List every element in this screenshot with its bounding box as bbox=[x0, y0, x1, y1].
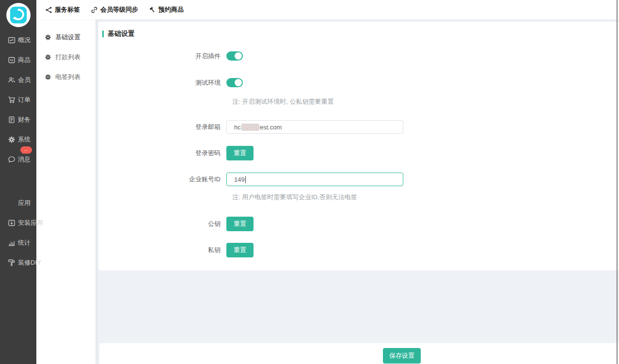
tab-member-level-sync[interactable]: 会员等级同步 bbox=[91, 5, 138, 14]
public-key-label: 公钥 bbox=[98, 220, 226, 228]
email-redacted-segment bbox=[241, 124, 259, 131]
members-icon bbox=[7, 76, 16, 84]
install-app-icon bbox=[7, 219, 16, 227]
form-row-company-id: 企业账号ID 149 bbox=[98, 173, 619, 186]
settings-card: 基础设置 开启插件 测试环境 注: 开启测试环境时, 公私钥需要重置 登录邮箱 … bbox=[98, 22, 619, 270]
sidebar-item-label: 统计 bbox=[18, 238, 31, 247]
email-value-prefix: hc bbox=[234, 124, 241, 131]
decorate-diy-icon bbox=[7, 258, 16, 267]
email-input[interactable]: hcest.com bbox=[226, 120, 403, 134]
tab-label: 会员等级同步 bbox=[100, 5, 138, 14]
gear-icon bbox=[45, 54, 51, 61]
sidebar-item-members[interactable]: 会员 bbox=[0, 70, 36, 90]
password-reset-button[interactable]: 重置 bbox=[226, 146, 254, 160]
orders-icon bbox=[7, 95, 16, 104]
scrollbar[interactable] bbox=[617, 0, 618, 364]
sidebar-item-label: 系统 bbox=[18, 135, 31, 144]
sidebar-item-label: 消息 bbox=[18, 155, 31, 164]
section-title: 基础设置 bbox=[108, 30, 135, 38]
sidebar-item-label: 概况 bbox=[18, 36, 31, 45]
tab-label: 服务标签 bbox=[55, 5, 80, 14]
save-settings-button[interactable]: 保存设置 bbox=[383, 348, 421, 364]
statistics-icon bbox=[7, 238, 16, 247]
toggle-knob bbox=[235, 52, 242, 60]
tab-label: 预约商品 bbox=[159, 5, 184, 14]
primary-nav: 概况 商品 会员 订单 bbox=[0, 30, 36, 272]
private-key-label: 私钥 bbox=[98, 246, 226, 254]
tab-reserved-goods[interactable]: 预约商品 bbox=[149, 5, 184, 14]
company-id-note: 注: 用户电签时需要填写企业ID,否则无法电签 bbox=[232, 193, 619, 202]
sidebar-item-install-app[interactable]: 安装应用 bbox=[0, 213, 36, 233]
company-id-value: 149 bbox=[234, 176, 245, 183]
form-row-email: 登录邮箱 hcest.com bbox=[98, 120, 619, 134]
sidebar-item-label: 会员 bbox=[18, 76, 31, 84]
toggle-knob bbox=[235, 79, 242, 86]
company-id-input[interactable]: 149 bbox=[226, 173, 403, 186]
sidebar-item-label: 应用 bbox=[18, 199, 31, 207]
app-window: 概况 商品 会员 订单 bbox=[0, 0, 619, 364]
form-row-password: 登录密码 重置 bbox=[98, 146, 619, 160]
finance-icon bbox=[7, 115, 16, 124]
form-row-private-key: 私钥 重置 bbox=[98, 243, 619, 257]
subsidebar-item-payment-list[interactable]: 打款列表 bbox=[36, 47, 95, 67]
nav-divider-space bbox=[0, 169, 36, 193]
sidebar-item-decorate-diy[interactable]: 装修DIY bbox=[0, 253, 36, 272]
form-row-public-key: 公钥 重置 bbox=[98, 217, 619, 231]
sidebar-item-label: 安装应用 bbox=[18, 219, 43, 227]
plugin-toggle[interactable] bbox=[226, 51, 243, 61]
footer-bar: 保存设置 bbox=[99, 343, 619, 364]
apps-icon bbox=[7, 199, 16, 207]
sidebar-item-finance[interactable]: 财务 bbox=[0, 110, 36, 129]
overview-icon bbox=[7, 36, 16, 44]
subsidebar-item-basic-settings[interactable]: 基础设置 bbox=[36, 27, 95, 47]
text-caret bbox=[245, 176, 246, 183]
main-content: 基础设置 开启插件 测试环境 注: 开启测试环境时, 公私钥需要重置 登录邮箱 … bbox=[95, 19, 619, 364]
system-icon bbox=[7, 135, 16, 143]
test-env-toggle[interactable] bbox=[226, 78, 243, 87]
sidebar-item-overview[interactable]: 概况 bbox=[0, 30, 36, 50]
sidebar-item-label: 订单 bbox=[18, 95, 31, 104]
app-logo[interactable] bbox=[0, 0, 36, 28]
subsidebar-item-label: 电签列表 bbox=[55, 73, 80, 81]
subsidebar-item-label: 打款列表 bbox=[55, 53, 80, 62]
tab-service-tags[interactable]: 服务标签 bbox=[45, 5, 80, 14]
gear-icon bbox=[45, 34, 51, 41]
section-header: 基础设置 bbox=[102, 30, 619, 38]
messages-icon bbox=[7, 155, 16, 163]
goods-icon bbox=[7, 56, 16, 64]
email-label: 登录邮箱 bbox=[98, 123, 226, 131]
sidebar-item-system[interactable]: 系统 bbox=[0, 129, 36, 149]
form-row-plugin: 开启插件 bbox=[98, 51, 619, 61]
link-icon bbox=[91, 6, 98, 14]
company-id-label: 企业账号ID bbox=[98, 175, 226, 184]
sidebar-item-apps[interactable]: 应用 bbox=[0, 193, 36, 213]
messages-badge: … bbox=[20, 146, 32, 154]
sidebar-item-statistics[interactable]: 统计 bbox=[0, 233, 36, 253]
password-label: 登录密码 bbox=[98, 149, 226, 158]
gavel-icon bbox=[149, 6, 156, 14]
sidebar-item-label: 财务 bbox=[18, 115, 31, 124]
public-key-reset-button[interactable]: 重置 bbox=[226, 217, 254, 231]
topbar: 服务标签 会员等级同步 预约商品 bbox=[36, 0, 619, 19]
sidebar-item-label: 商品 bbox=[18, 56, 31, 64]
form-row-test-env: 测试环境 bbox=[98, 78, 619, 87]
test-env-toggle-label: 测试环境 bbox=[98, 79, 226, 87]
sidebar-item-orders[interactable]: 订单 bbox=[0, 90, 36, 110]
subsidebar-item-label: 基础设置 bbox=[55, 33, 80, 42]
gear-icon bbox=[45, 74, 51, 80]
secondary-sidebar: 基础设置 打款列表 电签列表 bbox=[36, 19, 95, 364]
logo-icon bbox=[6, 3, 31, 27]
share-icon bbox=[45, 6, 52, 14]
sidebar-item-messages[interactable]: 消息 … bbox=[0, 149, 36, 169]
section-accent-bar bbox=[102, 31, 104, 37]
email-value-suffix: est.com bbox=[260, 124, 282, 131]
plugin-toggle-label: 开启插件 bbox=[98, 52, 226, 61]
private-key-reset-button[interactable]: 重置 bbox=[226, 243, 254, 257]
sidebar-item-label: 装修DIY bbox=[18, 258, 41, 267]
test-env-note: 注: 开启测试环境时, 公私钥需要重置 bbox=[232, 97, 619, 106]
primary-sidebar: 概况 商品 会员 订单 bbox=[0, 0, 36, 364]
sidebar-item-goods[interactable]: 商品 bbox=[0, 50, 36, 70]
subsidebar-item-esign-list[interactable]: 电签列表 bbox=[36, 67, 95, 87]
